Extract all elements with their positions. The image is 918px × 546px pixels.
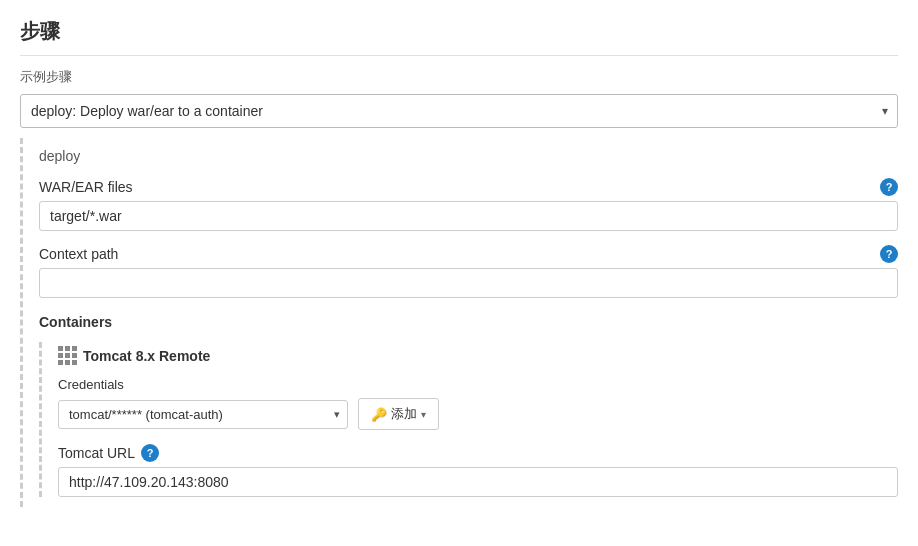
example-dropdown[interactable]: deploy: Deploy war/ear to a container — [20, 94, 898, 128]
war-ear-help-icon[interactable]: ? — [880, 178, 898, 196]
war-ear-label: WAR/EAR files — [39, 179, 133, 195]
tomcat-title: Tomcat 8.x Remote — [58, 346, 898, 365]
credentials-label: Credentials — [58, 377, 898, 392]
war-ear-field-header: WAR/EAR files ? — [39, 178, 898, 196]
context-path-field-header: Context path ? — [39, 245, 898, 263]
tomcat-url-header: Tomcat URL ? — [58, 444, 898, 462]
war-ear-input[interactable] — [39, 201, 898, 231]
add-button-chevron-icon: ▾ — [421, 409, 426, 420]
key-icon: 🔑 — [371, 407, 387, 422]
tomcat-grid-icon — [58, 346, 77, 365]
tomcat-url-help-icon[interactable]: ? — [141, 444, 159, 462]
context-path-input[interactable] — [39, 268, 898, 298]
page-title: 步骤 — [20, 18, 898, 56]
tomcat-url-input[interactable] — [58, 467, 898, 497]
tomcat-section: Tomcat 8.x Remote Credentials tomcat/***… — [39, 342, 898, 497]
add-button-label: 添加 — [391, 405, 417, 423]
context-path-label: Context path — [39, 246, 118, 262]
tomcat-title-text: Tomcat 8.x Remote — [83, 348, 210, 364]
war-ear-field-row: WAR/EAR files ? — [39, 178, 898, 231]
deploy-section: deploy WAR/EAR files ? Context path ? Co… — [20, 138, 898, 507]
example-dropdown-wrapper: deploy: Deploy war/ear to a container ▾ — [20, 94, 898, 128]
page-container: 步骤 示例步骤 deploy: Deploy war/ear to a cont… — [0, 0, 918, 527]
context-path-field-row: Context path ? — [39, 245, 898, 298]
context-path-help-icon[interactable]: ? — [880, 245, 898, 263]
deploy-label: deploy — [39, 148, 898, 164]
add-credentials-button[interactable]: 🔑 添加 ▾ — [358, 398, 439, 430]
credentials-select-wrapper: tomcat/****** (tomcat-auth) ▾ — [58, 400, 348, 429]
credentials-select[interactable]: tomcat/****** (tomcat-auth) — [58, 400, 348, 429]
containers-label: Containers — [39, 314, 898, 330]
example-steps-label: 示例步骤 — [20, 68, 898, 86]
containers-section: Containers Tomcat 8.x Remote Credentials — [39, 314, 898, 497]
tomcat-url-label: Tomcat URL — [58, 445, 135, 461]
credentials-row: tomcat/****** (tomcat-auth) ▾ 🔑 添加 ▾ — [58, 398, 898, 430]
